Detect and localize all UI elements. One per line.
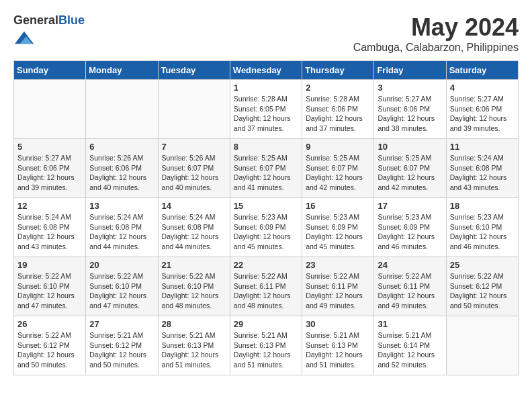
day-info: Daylight: 12 hours and 37 minutes. [234,113,298,133]
day-number: 13 [89,201,154,211]
day-info: Sunrise: 5:21 AM [378,330,442,340]
calendar-cell: 31Sunrise: 5:21 AMSunset: 6:14 PMDayligh… [374,316,446,375]
day-number: 29 [234,319,298,329]
day-info: Sunrise: 5:24 AM [89,212,154,222]
logo-icon [15,28,34,47]
day-info: Sunrise: 5:27 AM [378,94,442,104]
day-info: Sunset: 6:10 PM [450,222,515,232]
day-info: Daylight: 12 hours and 46 minutes. [450,232,515,251]
week-row-1: 1Sunrise: 5:28 AMSunset: 6:05 PMDaylight… [14,80,519,139]
calendar-cell [14,80,86,139]
day-number: 25 [450,260,515,270]
title-block: May 2024 Cambuga, Calabarzon, Philippine… [353,13,519,54]
weekday-header-saturday: Saturday [446,61,518,80]
day-info: Sunset: 6:06 PM [450,104,515,114]
calendar-cell: 26Sunrise: 5:22 AMSunset: 6:12 PMDayligh… [14,316,86,375]
day-info: Daylight: 12 hours and 48 minutes. [162,291,226,310]
day-number: 12 [17,201,82,211]
day-info: Sunrise: 5:22 AM [17,271,82,281]
calendar-table: SundayMondayTuesdayWednesdayThursdayFrid… [13,60,519,375]
calendar-cell: 30Sunrise: 5:21 AMSunset: 6:13 PMDayligh… [302,316,374,375]
day-number: 10 [378,142,442,152]
day-info: Sunset: 6:12 PM [17,340,82,351]
day-info: Sunset: 6:06 PM [378,104,442,114]
month-title: May 2024 [353,13,519,42]
calendar-cell [86,80,158,139]
weekday-header-row: SundayMondayTuesdayWednesdayThursdayFrid… [14,61,519,80]
calendar-cell: 19Sunrise: 5:22 AMSunset: 6:10 PMDayligh… [14,257,86,316]
calendar-cell: 6Sunrise: 5:26 AMSunset: 6:06 PMDaylight… [86,139,158,198]
day-info: Daylight: 12 hours and 47 minutes. [17,291,82,310]
day-info: Daylight: 12 hours and 44 minutes. [162,232,226,251]
day-info: Sunrise: 5:26 AM [162,153,226,163]
day-info: Daylight: 12 hours and 37 minutes. [306,113,370,133]
calendar-cell: 12Sunrise: 5:24 AMSunset: 6:08 PMDayligh… [14,198,86,257]
day-info: Sunset: 6:13 PM [162,340,226,351]
day-info: Sunrise: 5:27 AM [450,94,515,104]
day-info: Daylight: 12 hours and 51 minutes. [162,350,226,369]
day-info: Sunset: 6:09 PM [306,222,370,232]
day-info: Sunset: 6:07 PM [378,163,442,173]
day-info: Daylight: 12 hours and 46 minutes. [378,232,442,251]
calendar-cell: 8Sunrise: 5:25 AMSunset: 6:07 PMDaylight… [230,139,302,198]
calendar-cell: 27Sunrise: 5:21 AMSunset: 6:12 PMDayligh… [86,316,158,375]
day-info: Daylight: 12 hours and 50 minutes. [17,350,82,369]
day-info: Daylight: 12 hours and 39 minutes. [450,113,515,133]
weekday-header-sunday: Sunday [14,61,86,80]
calendar-cell: 16Sunrise: 5:23 AMSunset: 6:09 PMDayligh… [302,198,374,257]
day-info: Sunset: 6:12 PM [89,340,154,351]
logo-general-text: General [13,13,58,27]
day-info: Sunset: 6:10 PM [89,281,154,291]
day-number: 21 [162,260,226,270]
calendar-cell: 11Sunrise: 5:24 AMSunset: 6:08 PMDayligh… [446,139,518,198]
week-row-2: 5Sunrise: 5:27 AMSunset: 6:06 PMDaylight… [14,139,519,198]
day-number: 4 [450,83,515,93]
day-number: 31 [378,319,442,329]
day-info: Sunrise: 5:21 AM [162,330,226,340]
logo-blue-text: Blue [58,13,85,27]
calendar-cell: 17Sunrise: 5:23 AMSunset: 6:09 PMDayligh… [374,198,446,257]
day-number: 23 [306,260,370,270]
day-info: Sunrise: 5:28 AM [306,94,370,104]
day-info: Sunrise: 5:26 AM [89,153,154,163]
day-number: 6 [89,142,154,152]
day-number: 19 [17,260,82,270]
day-info: Sunrise: 5:24 AM [450,153,515,163]
day-info: Daylight: 12 hours and 39 minutes. [17,173,82,192]
day-info: Daylight: 12 hours and 47 minutes. [89,291,154,310]
day-number: 30 [306,319,370,329]
calendar-cell: 14Sunrise: 5:24 AMSunset: 6:08 PMDayligh… [158,198,230,257]
day-info: Daylight: 12 hours and 45 minutes. [306,232,370,251]
day-info: Sunset: 6:08 PM [17,222,82,232]
day-info: Sunrise: 5:25 AM [306,153,370,163]
day-info: Daylight: 12 hours and 48 minutes. [234,291,298,310]
day-info: Daylight: 12 hours and 52 minutes. [378,350,442,369]
day-info: Sunrise: 5:22 AM [450,271,515,281]
day-info: Daylight: 12 hours and 51 minutes. [306,350,370,369]
calendar-cell: 23Sunrise: 5:22 AMSunset: 6:11 PMDayligh… [302,257,374,316]
day-info: Daylight: 12 hours and 42 minutes. [306,173,370,192]
week-row-4: 19Sunrise: 5:22 AMSunset: 6:10 PMDayligh… [14,257,519,316]
day-number: 9 [306,142,370,152]
day-info: Sunrise: 5:23 AM [450,212,515,222]
week-row-5: 26Sunrise: 5:22 AMSunset: 6:12 PMDayligh… [14,316,519,375]
day-info: Sunrise: 5:22 AM [162,271,226,281]
day-info: Daylight: 12 hours and 41 minutes. [234,173,298,192]
day-info: Daylight: 12 hours and 43 minutes. [450,173,515,192]
day-number: 22 [234,260,298,270]
day-info: Sunrise: 5:21 AM [234,330,298,340]
day-info: Sunset: 6:13 PM [306,340,370,351]
day-number: 16 [306,201,370,211]
day-info: Sunrise: 5:24 AM [17,212,82,222]
calendar-cell: 25Sunrise: 5:22 AMSunset: 6:12 PMDayligh… [446,257,518,316]
calendar-cell: 15Sunrise: 5:23 AMSunset: 6:09 PMDayligh… [230,198,302,257]
page-header: GeneralBlue May 2024 Cambuga, Calabarzon… [13,13,519,54]
day-info: Sunrise: 5:22 AM [234,271,298,281]
calendar-cell [446,316,518,375]
day-info: Sunset: 6:10 PM [17,281,82,291]
weekday-header-monday: Monday [86,61,158,80]
day-info: Daylight: 12 hours and 45 minutes. [234,232,298,251]
day-info: Sunrise: 5:22 AM [306,271,370,281]
day-number: 17 [378,201,442,211]
day-info: Sunset: 6:11 PM [234,281,298,291]
